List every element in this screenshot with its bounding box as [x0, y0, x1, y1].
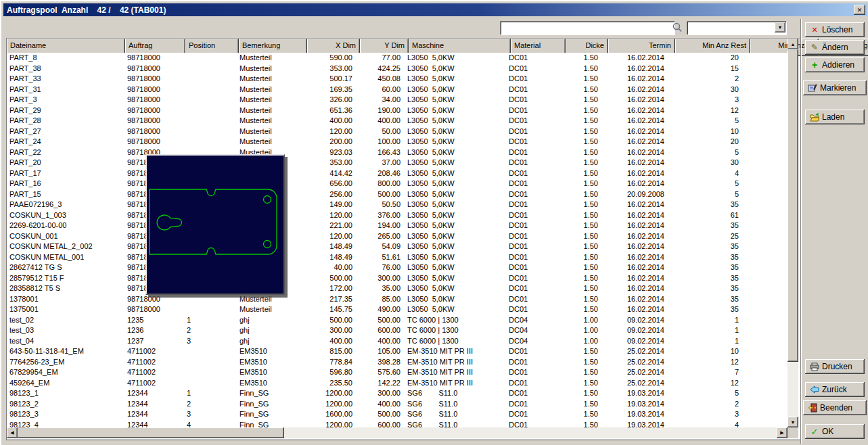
h-scroll-thumb[interactable]	[18, 427, 284, 438]
table-row[interactable]: 98123_1123441Finn_SG1200.00300.00SG6 S11…	[7, 388, 787, 399]
table-row[interactable]: 98123_4123444Finn_SG1200.00600.00SG6 S11…	[7, 420, 787, 428]
table-cell: TC 6000 | 1300	[405, 325, 506, 336]
chevron-down-icon: ▼	[778, 25, 783, 30]
table-cell: 2	[743, 74, 787, 85]
table-cell: L3050 5,0KW	[405, 53, 506, 64]
scroll-right-button[interactable]: ▶	[777, 427, 787, 438]
scroll-down-button[interactable]: ▼	[787, 417, 798, 427]
table-cell: DC01	[506, 74, 560, 85]
table-row[interactable]: 98123_3123443Finn_SG1600.00500.00SG6 S11…	[7, 409, 787, 420]
table-row[interactable]: PART_1798718000Musterteil414.42208.46L30…	[7, 168, 787, 179]
table-row[interactable]: 28579512 T15 F98718000Musterteil500.0030…	[7, 273, 787, 284]
table-cell: 77.00	[357, 53, 405, 64]
table-cell: 100.00	[357, 137, 405, 147]
table-row[interactable]: COSKUN_00198718000Musterteil120.00265.00…	[7, 231, 787, 242]
table-cell: 98718000	[124, 294, 184, 305]
table-row[interactable]: 98123_2123442Finn_SG1200.00400.00SG6 S11…	[7, 399, 787, 410]
table-cell: 490.00	[357, 304, 405, 315]
edit-button[interactable]: ✎ Ändern	[805, 40, 865, 55]
table-cell: EM3510	[237, 378, 304, 389]
table-cell: ghj	[237, 325, 304, 336]
search-input[interactable]	[500, 21, 675, 35]
table-cell: 2	[184, 325, 237, 336]
table-cell: Musterteil	[237, 304, 304, 315]
table-cell: EM-3510 MIT PR III	[405, 346, 506, 357]
table-cell: 28579512 T15 F	[7, 273, 124, 284]
v-scrollbar[interactable]: ▲ ▼	[787, 39, 798, 427]
table-row[interactable]: PART_2498718000Musterteil200.00100.00L30…	[7, 137, 787, 147]
table-row[interactable]: COSKUN METAL_00198718000Musterteil148.49…	[7, 252, 787, 263]
filter-combobox[interactable]: ▼	[687, 21, 787, 35]
table-cell: 4711002	[124, 367, 184, 378]
table-cell: EM3510	[237, 367, 304, 378]
table-row[interactable]: PART_3398718000Musterteil500.17450.08L30…	[7, 74, 787, 85]
table-cell: 1.50	[560, 420, 602, 428]
load-button[interactable]: Laden	[805, 110, 865, 124]
exit-button[interactable]: Beenden	[803, 400, 867, 415]
table-row[interactable]: PART_3198718000Musterteil169.3560.00L305…	[7, 85, 787, 95]
table-row[interactable]: PART_398718000Musterteil326.0034.00L3050…	[7, 95, 787, 106]
table-row[interactable]: PART_2798718000Musterteil120.0050.00L305…	[7, 126, 787, 137]
table-row[interactable]: PAAE072196_398718000Musterteil149.0050.5…	[7, 200, 787, 210]
table-row[interactable]: PART_1598718000Musterteil256.00500.00L30…	[7, 189, 787, 200]
search-icon[interactable]	[671, 22, 683, 34]
table-row[interactable]: COSKUN_1_00398718000Musterteil120.00376.…	[7, 210, 787, 221]
table-cell: 1.50	[560, 53, 602, 64]
table-cell: 1200.00	[304, 420, 357, 428]
h-scrollbar[interactable]: ◀ ▶	[7, 427, 787, 438]
table-cell: 590.00	[304, 53, 357, 64]
scroll-left-button[interactable]: ◀	[7, 427, 18, 438]
table-cell: 221.00	[304, 220, 357, 231]
table-row[interactable]: test_0412373ghj400.00400.00TC 6000 | 130…	[7, 336, 787, 347]
table-row[interactable]: 459264_EM4711002EM3510235.50142.22EM-351…	[7, 378, 787, 389]
table-cell: 1237	[124, 336, 184, 347]
table-cell: DC01	[506, 116, 560, 126]
table-row[interactable]: 28627412 TG S98718000Musterteil40.0076.0…	[7, 262, 787, 273]
table-cell: 398.28	[357, 357, 405, 368]
table-cell: DC01	[506, 64, 560, 74]
table-row[interactable]: test_0212351ghj500.00500.00TC 6000 | 130…	[7, 315, 787, 326]
table-cell: 35.00	[357, 283, 405, 294]
table-row[interactable]: PART_3898718000Musterteil353.00424.25L30…	[7, 64, 787, 74]
table-cell: PART_29	[7, 106, 124, 116]
mark-button[interactable]: Markieren	[803, 80, 867, 95]
delete-button[interactable]: ✕ Löschen	[805, 22, 865, 37]
combo-dropdown-button[interactable]: ▼	[775, 22, 785, 32]
table-row[interactable]: COSKUN METAL_2_00298718000Musterteil148.…	[7, 241, 787, 252]
v-scroll-thumb[interactable]	[787, 49, 798, 362]
back-button[interactable]: Zurück	[805, 382, 865, 397]
table-cell: 12	[743, 378, 787, 389]
table-row[interactable]: PART_898718000Musterteil590.0077.00L3050…	[7, 53, 787, 64]
add-button[interactable]: + Addieren	[805, 57, 865, 72]
table-row[interactable]: 643-50-11-318-41_EM4711002EM3510815.0010…	[7, 346, 787, 357]
table-cell: 1	[184, 388, 237, 399]
table-row[interactable]: 7764256-23_EM4711002EM3510778.84398.28EM…	[7, 357, 787, 368]
table-row[interactable]: PART_2898718000Musterteil400.00400.00L30…	[7, 116, 787, 126]
table-cell: 1.50	[560, 74, 602, 85]
table-row[interactable]: PART_2098718000Musterteil353.0037.00L305…	[7, 158, 787, 168]
table-cell: L3050 5,0KW	[405, 126, 506, 137]
table-cell: TC 6000 | 1300	[405, 336, 506, 347]
table-row[interactable]: 28358812 T5 S98718000Musterteil172.0035.…	[7, 283, 787, 294]
table-cell: 600.00	[357, 420, 405, 428]
part-hole-top	[264, 196, 271, 204]
button-label: Addieren	[822, 60, 854, 70]
table-cell: 169.35	[304, 85, 357, 95]
table-cell: 142.22	[357, 378, 405, 389]
table-row[interactable]: PART_1698718000Musterteil656.00800.00L30…	[7, 179, 787, 189]
table-row[interactable]: PART_2298718000Musterteil923.03166.43L30…	[7, 147, 787, 158]
ok-button[interactable]: ✓ OK	[805, 424, 865, 439]
table-row[interactable]: 67829954_EM4711002EM3510596.80575.60EM-3…	[7, 367, 787, 378]
table-row[interactable]: 2269-6201-00-0098718000Musterteil221.001…	[7, 220, 787, 231]
table-row[interactable]: PART_2998718000Musterteil651.36190.00L30…	[7, 106, 787, 116]
close-button[interactable]: ✕	[854, 5, 865, 15]
print-button[interactable]: Drucken	[805, 359, 865, 374]
table-row[interactable]: 137800198718000Musterteil217.3585.00L305…	[7, 294, 787, 305]
scroll-up-button[interactable]: ▲	[787, 39, 798, 49]
table-cell: 190.00	[357, 106, 405, 116]
table-row[interactable]: test_0312362ghj300.00600.00TC 6000 | 130…	[7, 325, 787, 336]
table-cell: 35	[743, 241, 787, 252]
table-row[interactable]: 137500198718000Musterteil145.75490.00L30…	[7, 304, 787, 315]
table-cell: 300.00	[304, 325, 357, 336]
table-cell: Musterteil	[237, 137, 304, 147]
